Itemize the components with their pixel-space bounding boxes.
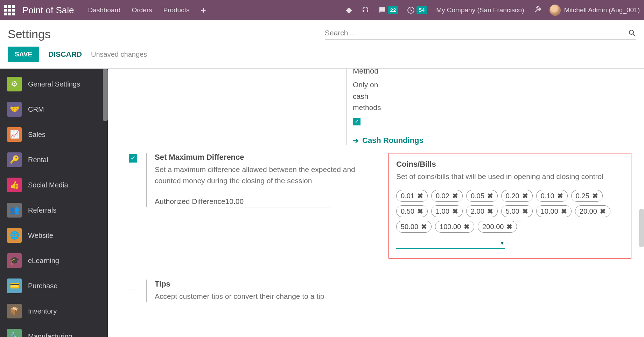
remove-tag-icon[interactable]: ✖: [452, 207, 458, 215]
remove-tag-icon[interactable]: ✖: [487, 192, 493, 200]
sidebar-item-general[interactable]: ⚙General Settings: [0, 71, 108, 97]
coin-tag-value: 0.05: [471, 192, 484, 200]
svg-point-1: [629, 30, 634, 34]
coin-tag: 0.50✖: [396, 205, 428, 217]
tips-desc: Accept customer tips or convert their ch…: [155, 291, 324, 302]
tools-icon[interactable]: [533, 6, 542, 14]
coins-bills-input[interactable]: [396, 238, 499, 248]
coins-bills-tags: 0.01✖0.02✖0.05✖0.20✖0.10✖0.25✖0.50✖1.00✖…: [396, 190, 624, 233]
coin-tag-value: 0.50: [401, 207, 414, 215]
coin-tag-value: 20.00: [580, 207, 597, 215]
coin-tag: 10.00✖: [536, 205, 572, 217]
coins-bills-title: Coins/Bills: [396, 160, 624, 169]
remove-tag-icon[interactable]: ✖: [487, 207, 493, 215]
coin-tag-value: 1.00: [436, 207, 449, 215]
sidebar-item-purchase[interactable]: 💳Purchase: [0, 273, 108, 298]
authorized-diff-input[interactable]: 10.00: [225, 197, 330, 207]
support-icon[interactable]: [361, 6, 370, 14]
max-difference-setting: ✓ Set Maximum Difference Set a maximum d…: [129, 153, 372, 207]
sidebar-item-referrals[interactable]: 👥Referrals: [0, 198, 108, 223]
coin-tag: 100.00✖: [435, 221, 474, 233]
sidebar-label: Manufacturing: [28, 332, 72, 337]
rounding-method-block: Method Only on cash methods ✓ ➔ Cash Rou…: [346, 69, 521, 145]
remove-tag-icon[interactable]: ✖: [557, 192, 563, 200]
globe-icon: 🌐: [7, 228, 22, 243]
tips-title: Tips: [155, 280, 324, 289]
remove-tag-icon[interactable]: ✖: [600, 207, 606, 215]
remove-tag-icon[interactable]: ✖: [522, 207, 528, 215]
search-input[interactable]: [325, 29, 628, 37]
sidebar-item-website[interactable]: 🌐Website: [0, 223, 108, 248]
user-menu[interactable]: Mitchell Admin (Aug_001): [564, 6, 640, 14]
max-difference-checkbox[interactable]: ✓: [129, 154, 137, 163]
messages-icon[interactable]: 22: [378, 6, 398, 14]
sidebar-label: CRM: [28, 105, 44, 114]
nav-add-icon[interactable]: +: [201, 5, 206, 16]
debug-icon[interactable]: [345, 6, 353, 14]
nav-orders[interactable]: Orders: [132, 6, 152, 14]
unsaved-indicator: Unsaved changes: [91, 50, 147, 59]
save-button[interactable]: SAVE: [8, 47, 39, 62]
sidebar-label: eLearning: [28, 257, 59, 265]
remove-tag-icon[interactable]: ✖: [506, 222, 512, 231]
coins-bills-input-wrap: ▼: [396, 238, 505, 249]
coin-tag: 20.00✖: [575, 205, 610, 217]
gear-icon: ⚙: [7, 77, 22, 91]
sidebar-item-sales[interactable]: 📈Sales: [0, 122, 108, 147]
dropdown-icon[interactable]: ▼: [499, 240, 505, 246]
remove-tag-icon[interactable]: ✖: [417, 207, 423, 215]
content-scrollbar[interactable]: [639, 209, 644, 247]
remove-tag-icon[interactable]: ✖: [561, 207, 567, 215]
sidebar-item-crm[interactable]: 🤝CRM: [0, 97, 108, 122]
remove-tag-icon[interactable]: ✖: [417, 192, 423, 200]
sidebar-item-rental[interactable]: 🔑Rental: [0, 147, 108, 172]
only-cash-text: Only on cash methods: [353, 79, 521, 114]
sidebar-label: Inventory: [28, 307, 57, 315]
activities-icon[interactable]: 54: [407, 6, 427, 14]
nav-dashboard[interactable]: Dashboard: [88, 6, 120, 14]
card-icon: 💳: [7, 278, 22, 293]
only-cash-checkbox[interactable]: ✓: [353, 118, 360, 125]
coins-bills-setting: Coins/Bills Set of coins/bills that will…: [388, 153, 631, 259]
nav-products[interactable]: Products: [163, 6, 189, 14]
max-difference-title: Set Maximum Difference: [155, 153, 372, 162]
max-difference-desc: Set a maximum difference allowed between…: [155, 164, 372, 187]
remove-tag-icon[interactable]: ✖: [452, 192, 458, 200]
coin-tag: 0.20✖: [501, 190, 533, 202]
coin-tag-value: 0.10: [541, 192, 554, 200]
settings-sidebar: ⚙General Settings 🤝CRM 📈Sales 🔑Rental 👍S…: [0, 69, 108, 337]
sidebar-item-social[interactable]: 👍Social Media: [0, 172, 108, 198]
coin-tag-value: 0.25: [576, 192, 589, 200]
svg-line-2: [633, 34, 635, 36]
tips-setting: Tips Accept customer tips or convert the…: [129, 280, 631, 302]
company-selector[interactable]: My Company (San Francisco): [436, 6, 524, 14]
coin-tag-value: 2.00: [471, 207, 484, 215]
sidebar-item-elearning[interactable]: 🎓eLearning: [0, 248, 108, 273]
cash-roundings-link[interactable]: ➔ Cash Roundings: [353, 136, 521, 145]
sidebar-scrollbar[interactable]: [103, 69, 108, 121]
remove-tag-icon[interactable]: ✖: [421, 222, 427, 231]
apps-menu-icon[interactable]: [4, 5, 15, 15]
top-navbar: Point of Sale Dashboard Orders Products …: [0, 0, 644, 20]
sidebar-item-manufacturing[interactable]: 🔧Manufacturing: [0, 324, 108, 337]
remove-tag-icon[interactable]: ✖: [522, 192, 528, 200]
remove-tag-icon[interactable]: ✖: [592, 192, 598, 200]
coin-tag-value: 10.00: [541, 207, 558, 215]
sidebar-label: Referrals: [28, 206, 56, 214]
search-icon[interactable]: [628, 29, 636, 37]
sidebar-item-inventory[interactable]: 📦Inventory: [0, 298, 108, 324]
sidebar-label: Purchase: [28, 282, 58, 290]
search-container: [325, 29, 636, 40]
coin-tag: 200.00✖: [478, 221, 517, 233]
page-header: Settings: [0, 20, 644, 41]
coin-tag: 2.00✖: [466, 205, 498, 217]
coin-tag-value: 100.00: [440, 223, 461, 231]
remove-tag-icon[interactable]: ✖: [464, 222, 470, 231]
user-avatar[interactable]: [550, 5, 561, 16]
tips-checkbox[interactable]: [129, 281, 137, 289]
messages-badge: 22: [388, 6, 398, 14]
coin-tag: 1.00✖: [431, 205, 463, 217]
discard-button[interactable]: DISCARD: [48, 50, 82, 59]
coins-bills-desc: Set of coins/bills that will be used in …: [396, 171, 624, 183]
app-title: Point of Sale: [22, 5, 74, 16]
